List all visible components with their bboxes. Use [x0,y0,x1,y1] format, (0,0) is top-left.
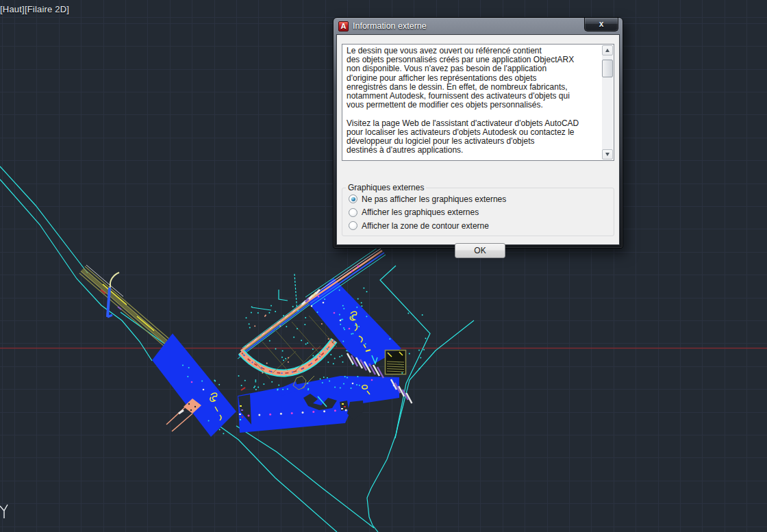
arrow-up-icon [605,49,609,52]
olive-road [79,265,174,350]
radio-option-label: Ne pas afficher les graphiques externes [362,194,506,204]
autocad-viewport[interactable]: [Haut][Filaire 2D] A Information externe… [0,0,767,532]
groupbox-label: Graphiques externes [346,183,426,192]
scroll-up-button[interactable] [602,45,613,55]
external-information-dialog: A Information externe x Le dessin que vo… [333,17,623,249]
scrollbar-thumb[interactable] [602,60,613,77]
close-icon: x [599,19,604,29]
radio-option[interactable]: Afficher les graphiques externes [342,206,614,220]
arrow-down-icon [605,153,609,156]
dialog-title: Information externe [353,21,427,31]
dialog-titlebar[interactable]: A Information externe x [334,18,623,34]
blue-blocks [152,278,401,437]
external-graphics-groupbox: Graphiques externes Ne pas afficher les … [342,183,614,236]
curved-ramp [241,340,334,373]
message-text: Le dessin que vous avez ouvert ou référe… [343,45,602,160]
bridge-ladder [386,351,406,375]
close-button[interactable]: x [584,18,618,31]
radio-options: Ne pas afficher les graphiques externesA… [342,192,614,233]
message-line: destinés à d'autres applications. [347,146,601,155]
radio-button-icon[interactable] [349,194,357,203]
radio-button-icon[interactable] [349,221,357,230]
scroll-down-button[interactable] [602,149,613,160]
ok-button[interactable]: OK [455,243,505,258]
radio-option-label: Afficher les graphiques externes [362,207,479,217]
message-line: non disponible. Vous n'avez pas besoin d… [347,64,601,73]
radio-option[interactable]: Ne pas afficher les graphiques externes [342,192,614,206]
message-line: Visitez la page Web de l'assistant d'act… [347,119,601,128]
message-line: vous permettent de modifier ces objets p… [347,101,601,110]
message-textbox[interactable]: Le dessin que vous avez ouvert ou référe… [342,44,614,161]
autocad-logo-icon: A [338,21,349,31]
message-line [347,155,601,160]
radio-option-label: Afficher la zone de contour externe [362,221,489,231]
dialog-body: Le dessin que vous avez ouvert ou référe… [336,34,620,245]
radio-button-icon[interactable] [349,208,357,217]
viewport-controls-label[interactable]: [Haut][Filaire 2D] [0,4,69,14]
message-scrollbar[interactable] [602,45,613,160]
message-line: d'origine pour afficher les représentati… [347,74,601,83]
message-line [347,110,601,118]
radio-option[interactable]: Afficher la zone de contour externe [342,219,614,233]
ucs-y-axis-icon [0,505,8,518]
